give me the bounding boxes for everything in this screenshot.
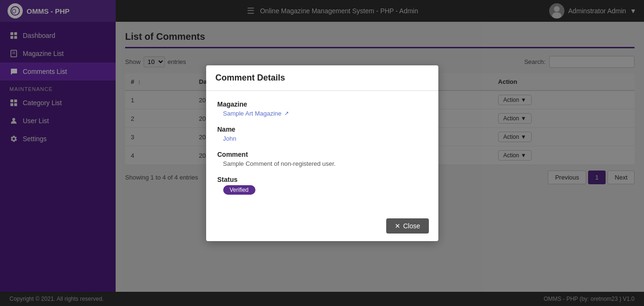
modal-field-name: Name John [218, 126, 427, 142]
modal-footer: ✕ Close [206, 213, 438, 241]
close-label: Close [403, 222, 420, 230]
modal-overlay[interactable]: Comment Details Magazine Sample Art Maga… [0, 0, 644, 306]
name-label: Name [218, 126, 427, 133]
modal-field-status: Status Verified [218, 176, 427, 195]
modal-body: Magazine Sample Art Magazine ➚ Name John… [206, 91, 438, 213]
modal-field-comment: Comment Sample Comment of non-registered… [218, 151, 427, 167]
name-value: John [218, 135, 427, 142]
status-label: Status [218, 176, 427, 183]
modal-header: Comment Details [206, 65, 438, 91]
magazine-value: Sample Art Magazine ➚ [218, 110, 427, 117]
status-badge: Verified [223, 185, 255, 195]
modal-field-magazine: Magazine Sample Art Magazine ➚ [218, 100, 427, 117]
close-x-icon: ✕ [395, 222, 400, 230]
close-button[interactable]: ✕ Close [386, 218, 429, 234]
comment-details-modal: Comment Details Magazine Sample Art Maga… [206, 65, 438, 241]
comment-label: Comment [218, 151, 427, 158]
modal-title: Comment Details [216, 73, 285, 82]
comment-value: Sample Comment of non-registered user. [218, 160, 427, 167]
magazine-value-text: Sample Art Magazine [223, 110, 282, 117]
external-link-icon: ➚ [284, 110, 289, 117]
magazine-label: Magazine [218, 100, 427, 108]
